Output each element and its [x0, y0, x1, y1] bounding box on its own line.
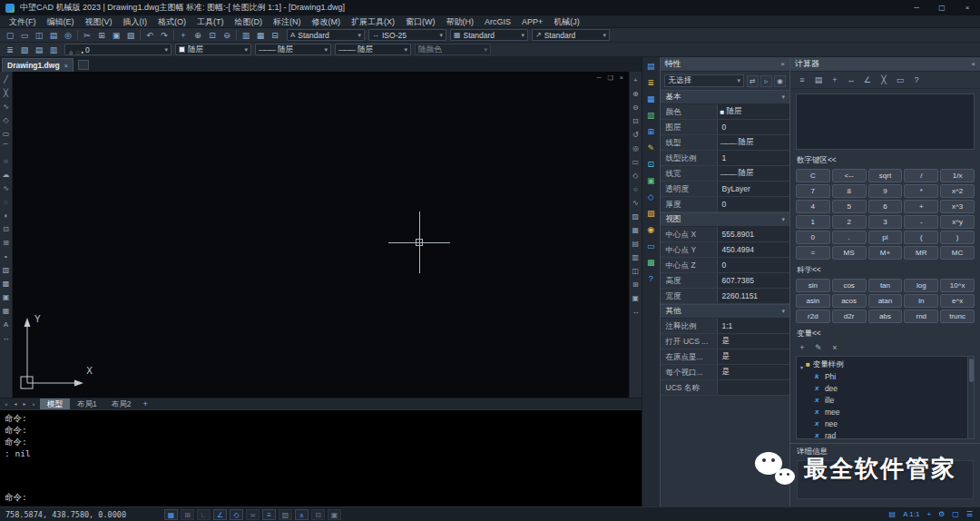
variable-item[interactable]: x nee: [797, 418, 974, 429]
property-value[interactable]: 450.4994: [717, 242, 789, 257]
menu-item[interactable]: 扩展工具(X): [346, 15, 400, 28]
annotation-scale[interactable]: A 1:1: [901, 509, 921, 520]
property-value[interactable]: [717, 380, 789, 395]
section-header-misc[interactable]: 其他: [661, 304, 789, 319]
layout-tab[interactable]: 布局2: [104, 398, 139, 410]
menu-item[interactable]: 标注(N): [268, 15, 307, 28]
calc-key[interactable]: M+: [868, 246, 903, 260]
calc-get-coordinate-icon[interactable]: +: [828, 74, 842, 86]
sheetset-panel-icon[interactable]: ▣: [644, 174, 658, 187]
visualstyle-panel-icon[interactable]: ◇: [644, 191, 658, 203]
save-view-tool-icon[interactable]: ◫: [630, 264, 642, 278]
color-dropdown[interactable]: 随层: [175, 44, 251, 55]
variable-item[interactable]: x ille: [797, 394, 974, 406]
variables-scrollbar[interactable]: [967, 357, 974, 438]
calc-key[interactable]: 7: [796, 184, 830, 198]
layer-isolate-icon[interactable]: ▤: [32, 44, 46, 56]
gradient-tool-icon[interactable]: ▩: [0, 277, 12, 290]
properties-toggle-icon[interactable]: ▥: [239, 29, 253, 42]
numpad-section-label[interactable]: 数字键区<<: [790, 152, 980, 168]
property-row[interactable]: UCS 名称: [661, 380, 789, 396]
circle-tool-icon[interactable]: ○: [0, 154, 12, 168]
layer-dropdown[interactable]: ☼◌▪ 0: [64, 44, 172, 55]
paste-icon[interactable]: ▣: [109, 29, 123, 42]
calc-help-icon[interactable]: ?: [909, 74, 924, 86]
layers-panel-icon[interactable]: ≣: [644, 76, 658, 89]
calc-sci-key[interactable]: ln: [904, 294, 938, 308]
calc-key[interactable]: sqrt: [868, 169, 903, 182]
transparency-toggle[interactable]: ▨: [279, 509, 292, 520]
calc-key[interactable]: x^3: [940, 200, 975, 213]
calc-key[interactable]: 8: [832, 184, 867, 198]
expander-icon[interactable]: [800, 357, 803, 373]
property-value[interactable]: ———随层: [717, 166, 789, 181]
property-value[interactable]: ByLayer: [717, 182, 789, 196]
calc-sci-key[interactable]: 10^x: [940, 279, 975, 292]
polyline-tool-icon[interactable]: ∿: [0, 100, 12, 113]
ellipse-tool-icon[interactable]: ◌: [0, 195, 12, 209]
property-row[interactable]: 在原点显... 是: [661, 349, 789, 365]
arc-tool-icon[interactable]: ⌒: [0, 141, 12, 154]
menu-item[interactable]: 绘图(D): [230, 15, 269, 28]
match-properties-icon[interactable]: ▨: [123, 29, 138, 42]
separator[interactable]: [140, 30, 141, 40]
variable-item[interactable]: k Phi: [797, 370, 974, 382]
calc-angle-icon[interactable]: ∠: [860, 74, 875, 86]
open-file-icon[interactable]: ▭: [17, 29, 32, 42]
line-tool-icon[interactable]: ╱: [0, 73, 12, 86]
grid-toggle[interactable]: ▦: [164, 509, 178, 520]
property-value[interactable]: 607.7385: [717, 273, 789, 288]
calc-key[interactable]: MC: [940, 246, 975, 260]
cut-icon[interactable]: ✂: [80, 29, 94, 42]
zoom-window-tool-icon[interactable]: ⊡: [630, 114, 642, 128]
calculator-close-icon[interactable]: ×: [971, 60, 975, 68]
preview-icon[interactable]: ◎: [61, 29, 75, 42]
annotation-visibility-icon[interactable]: +: [925, 509, 933, 520]
zoom-extents-tool-icon[interactable]: ◎: [630, 142, 642, 155]
section-header-view[interactable]: 视图: [661, 212, 789, 227]
property-value[interactable]: ■随层: [717, 104, 789, 119]
cycle-toggle[interactable]: ⊡: [311, 509, 325, 520]
menu-burger-icon[interactable]: ☰: [965, 509, 975, 520]
variables-root-folder[interactable]: ■ 变量样例: [797, 359, 974, 370]
viewport-close-icon[interactable]: ×: [620, 74, 623, 82]
circle-view-tool-icon[interactable]: ○: [630, 182, 642, 196]
dynucs-toggle[interactable]: ▣: [328, 509, 341, 520]
xref-panel-icon[interactable]: ⊡: [644, 158, 658, 171]
calc-key[interactable]: MS: [832, 246, 867, 260]
property-row[interactable]: 线型 ———随层: [661, 135, 789, 151]
viewport-minimize-icon[interactable]: ─: [597, 74, 602, 82]
calc-key[interactable]: +: [904, 200, 938, 213]
help-panel-icon[interactable]: ?: [644, 272, 658, 285]
calc-key[interactable]: /: [904, 169, 938, 182]
esnap-toggle[interactable]: ◇: [230, 509, 243, 520]
variables-section-label[interactable]: 变量<<: [790, 326, 980, 341]
spline-tool-icon[interactable]: ∿: [0, 182, 12, 195]
hatch-tool-icon[interactable]: ▨: [0, 263, 12, 277]
menu-item[interactable]: APP+: [516, 15, 548, 28]
minimize-button[interactable]: ─: [904, 0, 929, 15]
named-views-tool-icon[interactable]: ▭: [630, 155, 642, 169]
ellipse-arc-tool-icon[interactable]: ◖: [0, 209, 12, 222]
layer-states-icon[interactable]: ▧: [17, 44, 32, 56]
zoom-window-icon[interactable]: ⊡: [205, 29, 220, 42]
linetype-dropdown[interactable]: ——— 随层: [255, 44, 331, 55]
properties-panel-icon[interactable]: ▤: [644, 60, 658, 73]
property-row[interactable]: 中心点 Y 450.4994: [661, 242, 789, 258]
property-value[interactable]: 1:1: [717, 319, 789, 333]
variable-item[interactable]: x rad: [797, 429, 974, 439]
calc-key[interactable]: *: [904, 184, 938, 198]
calc-distance-icon[interactable]: ↔: [844, 74, 858, 86]
dim-style-dropdown[interactable]: ↔ ISO-25: [368, 29, 446, 41]
zoom-previous-tool-icon[interactable]: ↺: [630, 128, 642, 142]
close-button[interactable]: ×: [955, 0, 980, 15]
calc-key[interactable]: 1: [796, 215, 830, 229]
pan-tool-icon[interactable]: +: [630, 74, 642, 87]
sheet-view-tool-icon[interactable]: ▥: [630, 251, 642, 264]
region-tool-icon[interactable]: ▣: [0, 290, 12, 304]
text-style-dropdown[interactable]: A Standard: [287, 29, 365, 41]
designcenter-panel-icon[interactable]: ▦: [644, 93, 658, 105]
menu-item[interactable]: 窗口(W): [400, 15, 441, 28]
calc-key[interactable]: MR: [904, 246, 938, 260]
markup-panel-icon[interactable]: ✎: [644, 142, 658, 154]
